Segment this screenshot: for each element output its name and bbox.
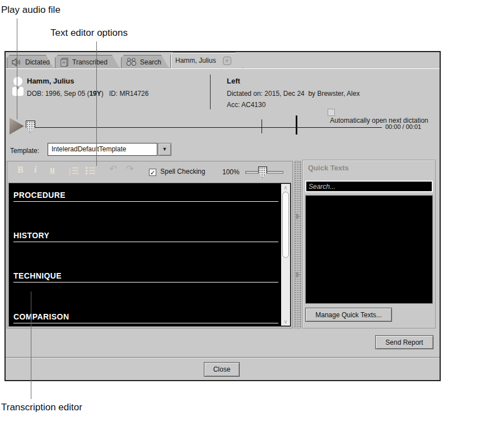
editor-scrollbar-thumb[interactable] bbox=[282, 192, 289, 258]
study-title: Left bbox=[227, 77, 240, 85]
dob-suffix: ) bbox=[101, 90, 109, 98]
tab-label: Dictated bbox=[25, 58, 50, 66]
quick-texts-list[interactable] bbox=[305, 195, 433, 304]
patient-name: Hamm, Julius bbox=[27, 77, 74, 85]
editor-scrollbar[interactable]: ∧ ∨ bbox=[281, 184, 290, 326]
quick-texts-panel: Quick Texts Manage Quick Texts... bbox=[302, 160, 436, 328]
splitter-arrow-icon[interactable] bbox=[296, 213, 300, 220]
accession-number: Acc: AC4130 bbox=[227, 101, 265, 109]
audio-marker-2 bbox=[296, 115, 297, 135]
close-button[interactable]: Close bbox=[204, 362, 240, 377]
header-divider bbox=[210, 75, 211, 109]
annotation-play-audio: Play audio file bbox=[1, 4, 60, 16]
transcription-window: Dictated Transcribed Search Hamm, Julius… bbox=[4, 51, 441, 381]
tab-divider bbox=[6, 68, 440, 69]
editor-section-heading: TECHNIQUE bbox=[13, 271, 278, 283]
splitter-arrow-icon[interactable] bbox=[296, 271, 300, 278]
zoom-slider-thumb[interactable] bbox=[258, 166, 267, 178]
send-report-button[interactable]: Send Report bbox=[375, 335, 433, 349]
audio-time: 00:00 / 00:01 bbox=[385, 123, 421, 130]
template-dropdown-button[interactable]: ▼ bbox=[158, 143, 171, 156]
audio-marker-1 bbox=[262, 119, 262, 133]
tab-dictated[interactable]: Dictated bbox=[7, 55, 54, 68]
annotation-line-transcription-editor bbox=[31, 291, 31, 399]
spell-checking-label: Spell Checking bbox=[160, 168, 205, 175]
panel-splitter[interactable] bbox=[294, 161, 301, 328]
audio-slider-thumb[interactable] bbox=[26, 121, 35, 133]
annotation-transcription-editor: Transcription editor bbox=[1, 402, 82, 413]
patient-avatar-icon bbox=[13, 77, 22, 86]
patient-id: ID: MR14726 bbox=[109, 90, 149, 98]
editor-toolbar: B i u 123 ↶ ↷ ✓ Spell Checking 100% bbox=[7, 161, 292, 183]
annotation-line-play-audio bbox=[17, 18, 17, 119]
bottom-separator bbox=[6, 357, 440, 358]
editor-section-heading: PROCEDURE bbox=[13, 191, 278, 202]
manage-quick-texts-button[interactable]: Manage Quick Texts... bbox=[305, 308, 392, 322]
tab-bar: Dictated Transcribed Search Hamm, Julius… bbox=[6, 52, 440, 68]
scroll-up-icon[interactable]: ∧ bbox=[281, 184, 290, 192]
patient-age: 19Y bbox=[89, 90, 101, 98]
spell-checking-row: ✓ Spell Checking bbox=[149, 168, 205, 176]
dob-text: DOB: 1996, Sep 05 ( bbox=[27, 90, 89, 98]
close-icon[interactable]: × bbox=[223, 57, 231, 65]
annotation-line-text-editor-options bbox=[96, 41, 97, 166]
tab-label: Search bbox=[140, 58, 161, 66]
bullet-list-button[interactable] bbox=[86, 166, 96, 177]
editor-section-heading: COMPARISON bbox=[13, 312, 278, 323]
tab-transcribed[interactable]: Transcribed bbox=[55, 55, 120, 68]
underline-button[interactable]: u bbox=[50, 165, 55, 175]
editor-section-heading: HISTORY bbox=[13, 231, 278, 242]
auto-open-checkbox[interactable] bbox=[328, 109, 335, 116]
redo-button[interactable]: ↷ bbox=[126, 163, 134, 175]
dictated-on-text: Dictated on: 2015, Dec 24 by Brewster, A… bbox=[227, 90, 360, 98]
numbered-list-button[interactable]: 123 bbox=[69, 166, 79, 177]
audio-slider-track[interactable] bbox=[28, 127, 382, 128]
annotation-text-editor-options: Text editor options bbox=[50, 27, 128, 39]
transcription-editor-area[interactable]: PROCEDURE HISTORY TECHNIQUE COMPARISON ∧… bbox=[8, 183, 291, 327]
quick-texts-title: Quick Texts bbox=[308, 164, 349, 172]
editor-panel: B i u 123 ↶ ↷ ✓ Spell Checking 100% PROC… bbox=[7, 161, 293, 328]
bold-button[interactable]: B bbox=[17, 165, 24, 175]
document-icon bbox=[60, 58, 69, 67]
patient-dob-id: DOB: 1996, Sep 05 (19Y) ID: MR14726 bbox=[27, 90, 148, 98]
spell-checking-checkbox[interactable]: ✓ bbox=[149, 169, 156, 176]
tab-search[interactable]: Search bbox=[121, 55, 169, 68]
tab-label: Hamm, Julius bbox=[175, 57, 216, 64]
chevron-down-icon: ▼ bbox=[162, 146, 167, 152]
play-button[interactable] bbox=[10, 118, 24, 135]
template-combobox[interactable]: InteleradDefaultTemplate bbox=[48, 143, 157, 156]
svg-text:3: 3 bbox=[69, 172, 71, 175]
patient-avatar-body-icon bbox=[12, 87, 24, 96]
binoculars-icon bbox=[126, 58, 137, 66]
tab-hamm-julius[interactable]: Hamm, Julius × bbox=[170, 52, 243, 68]
scroll-down-icon[interactable]: ∨ bbox=[281, 318, 290, 326]
quick-texts-search-input[interactable] bbox=[305, 180, 433, 192]
template-label: Template: bbox=[10, 147, 39, 155]
zoom-value: 100% bbox=[222, 168, 240, 176]
tab-label: Transcribed bbox=[72, 58, 108, 66]
italic-button[interactable]: i bbox=[34, 165, 36, 175]
undo-button[interactable]: ↶ bbox=[109, 163, 117, 175]
